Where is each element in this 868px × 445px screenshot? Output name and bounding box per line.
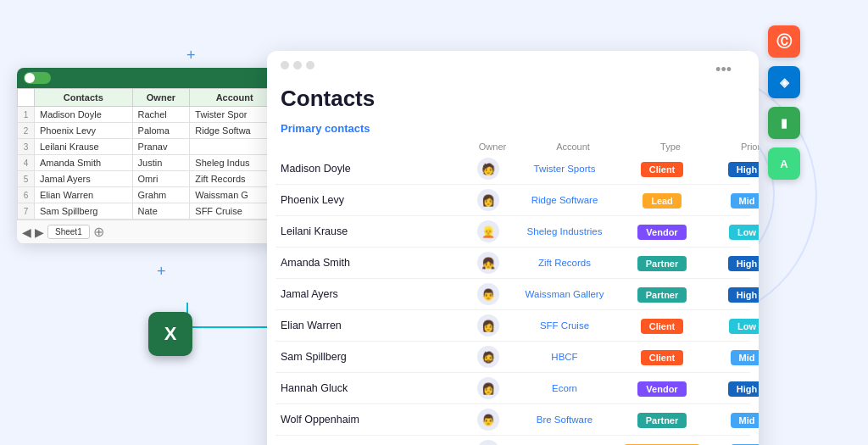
account-link[interactable]: Bre Software	[509, 414, 620, 425]
dot-2	[293, 61, 302, 70]
type-badge: Lead	[643, 193, 682, 209]
spreadsheet-row: 2 Phoenix Levy Paloma Ridge Softwa	[18, 123, 280, 139]
priority-badge: Low	[729, 225, 759, 240]
table-row[interactable]: John Walsh 🧑 (316) 555-0116 Working on i…	[275, 436, 750, 445]
type-badge: Client	[641, 319, 684, 334]
account-link[interactable]: HBCF	[509, 352, 620, 362]
cell-account: Ridge Softwa	[190, 123, 280, 139]
page-title: Contacts	[267, 86, 759, 119]
cell-owner: Pranav	[132, 139, 190, 155]
type-cell: Vendor	[620, 381, 704, 396]
cell-contact: Phoenix Levy	[35, 123, 133, 139]
type-badge: Partner	[637, 413, 687, 428]
priority-badge: High	[728, 381, 759, 397]
table-row[interactable]: Wolf Oppenhaim 👨 Bre Software Partner Mi…	[275, 404, 750, 436]
priority-badge: Mid	[731, 350, 759, 365]
type-cell: Vendor	[620, 224, 704, 239]
avatar: 👨	[477, 283, 499, 305]
hubspot-icon[interactable]: Ⓒ	[768, 25, 800, 58]
type-cell: Partner	[620, 412, 704, 427]
avatar: 🧑	[477, 158, 499, 180]
cell-account	[190, 139, 280, 155]
col-header-priority: Priority	[713, 142, 759, 152]
table-row[interactable]: Amanda Smith 👧 Zift Records Partner High…	[275, 248, 750, 279]
avatar: 👩	[477, 189, 499, 211]
priority-badge: High	[728, 287, 759, 303]
dot-3	[306, 61, 314, 70]
sheets-icon[interactable]: ▮	[768, 107, 800, 139]
cell-contact: Jamal Ayers	[35, 171, 133, 187]
decoration-cross-1: +	[186, 47, 196, 64]
contact-name: Leilani Krause	[281, 225, 467, 237]
add-sheet-btn[interactable]: ⊕	[93, 224, 104, 240]
priority-badge: High	[728, 162, 759, 177]
account-link[interactable]: Ridge Software	[509, 195, 620, 205]
sheet-nav-left[interactable]: ◀	[22, 225, 31, 239]
contact-name: Phoenix Levy	[281, 194, 467, 206]
dot-1	[281, 61, 289, 70]
type-cell: Partner	[620, 255, 704, 270]
type-badge: Vendor	[637, 381, 686, 397]
table-row[interactable]: Hannah Gluck 👩 Ecorn Vendor High +	[275, 373, 750, 404]
spreadsheet-row: 1 Madison Doyle Rachel Twister Spor	[18, 107, 280, 123]
account-link[interactable]: SFF Cruise	[509, 320, 620, 331]
spreadsheet-row: 7 Sam Spillberg Nate SFF Cruise	[18, 203, 280, 220]
account-link[interactable]: Ecorn	[509, 383, 620, 393]
more-options-btn[interactable]: •••	[702, 61, 745, 79]
contact-name: Hannah Gluck	[281, 382, 467, 394]
priority-cell: Mid	[704, 412, 759, 427]
avatar: 🧔	[477, 346, 499, 368]
type-cell: Client	[620, 349, 704, 364]
sheet-tab-1[interactable]: Sheet1	[47, 225, 90, 239]
window-dots: •••	[267, 51, 759, 86]
avatar: 👩	[477, 314, 499, 337]
priority-cell: High	[704, 381, 759, 396]
toggle-switch[interactable]	[24, 72, 51, 84]
spreadsheet-header	[17, 68, 280, 88]
table-row[interactable]: Sam Spillberg 🧔 HBCF Client Mid +	[275, 342, 750, 373]
account-link[interactable]: Waissman Gallery	[509, 289, 620, 299]
avatar: 👧	[477, 252, 499, 274]
priority-cell: High	[704, 255, 759, 270]
row-num: 7	[18, 203, 35, 220]
table-row[interactable]: Madison Doyle 🧑 Twister Sports Client Hi…	[275, 153, 750, 185]
avatar: 👩	[477, 377, 499, 399]
cell-account: Twister Spor	[190, 107, 280, 123]
app-icons-panel: Ⓒ ◈ ▮ A	[768, 25, 800, 180]
table-row[interactable]: Leilani Krause 👱 Sheleg Industries Vendo…	[275, 216, 750, 248]
col-contacts: Contacts	[35, 89, 133, 107]
priority-cell: Mid	[704, 192, 759, 208]
col-header-owner: Owner	[467, 142, 518, 152]
account-link[interactable]: Sheleg Industries	[509, 226, 620, 236]
row-num: 3	[18, 139, 35, 155]
contact-name: Jamal Ayers	[281, 288, 467, 300]
row-num: 4	[18, 155, 35, 171]
android-icon[interactable]: A	[768, 147, 800, 180]
outlook-icon[interactable]: ◈	[768, 66, 800, 98]
table-row[interactable]: Elian Warren 👩 SFF Cruise Client Low +	[275, 310, 750, 342]
cell-owner: Justin	[132, 155, 190, 171]
col-header-contact	[281, 142, 467, 152]
cell-contact: Leilani Krause	[35, 139, 133, 155]
cell-account: Sheleg Indus	[190, 155, 280, 171]
table-header: Owner Account Type Priority	[267, 142, 759, 152]
account-link[interactable]: Zift Records	[509, 258, 620, 268]
cell-contact: Amanda Smith	[35, 155, 133, 171]
excel-icon: X	[164, 323, 177, 345]
table-row[interactable]: Phoenix Levy 👩 Ridge Software Lead Mid +	[275, 185, 750, 216]
cell-contact: Madison Doyle	[35, 107, 133, 123]
table-row[interactable]: Jamal Ayers 👨 Waissman Gallery Partner H…	[275, 279, 750, 310]
row-num: 5	[18, 171, 35, 187]
sheet-nav-right[interactable]: ▶	[35, 225, 44, 239]
priority-badge: High	[728, 256, 759, 271]
row-num: 6	[18, 187, 35, 203]
excel-badge: X	[148, 312, 192, 356]
contact-name: Sam Spillberg	[281, 351, 467, 363]
contacts-table: Madison Doyle 🧑 Twister Sports Client Hi…	[267, 153, 759, 445]
sheet-tabs: ◀ ▶ Sheet1 ⊕	[17, 220, 280, 243]
priority-cell: High	[704, 286, 759, 302]
cell-contact: Elian Warren	[35, 187, 133, 203]
account-link[interactable]: Twister Sports	[509, 164, 620, 174]
contact-name: Madison Doyle	[281, 163, 467, 175]
avatar: 👱	[477, 220, 499, 242]
